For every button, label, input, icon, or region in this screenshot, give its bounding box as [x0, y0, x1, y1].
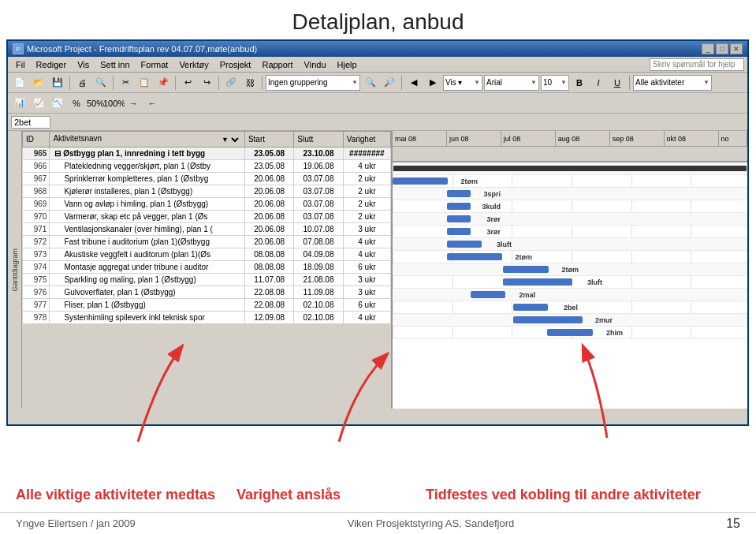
gantt-row: 3kuld — [393, 200, 747, 213]
zoom-out[interactable]: 🔎 — [381, 75, 398, 91]
cell-varighet: 4 ukr — [343, 312, 390, 324]
scroll-left[interactable]: ◀ — [405, 75, 423, 91]
menu-rediger[interactable]: Rediger — [32, 59, 72, 70]
gantt-bar: 2tøm — [447, 253, 502, 260]
menu-rapport[interactable]: Rapport — [257, 59, 297, 70]
unlink-button[interactable]: ⛓ — [241, 75, 259, 91]
menu-vindu[interactable]: Vindu — [300, 59, 331, 70]
cut-button[interactable]: ✂ — [117, 75, 134, 91]
cell-name: Varmerør, skap etc på vegger, plan 1 (Øs — [50, 211, 244, 223]
tb2-btn7[interactable]: → — [125, 95, 142, 111]
gantt-row: 2tøm — [393, 263, 747, 276]
cell-id: 965 — [23, 148, 50, 160]
cell-slutt: 07.08.08 — [294, 236, 343, 248]
col-filter-select[interactable]: ▼ — [218, 134, 241, 145]
bold-button[interactable]: B — [571, 75, 588, 91]
table-row: 965 ⊟ Østbygg plan 1, innredning i tett … — [23, 148, 391, 160]
menu-format[interactable]: Format — [136, 59, 173, 70]
cell-id: 975 — [23, 274, 50, 286]
new-button[interactable]: 📄 — [11, 75, 28, 91]
preview-button[interactable]: 🔍 — [92, 75, 110, 91]
minimize-button[interactable]: _ — [702, 43, 714, 54]
size-combo[interactable]: 10 ▼ — [541, 75, 569, 91]
gantt-bar: 3luft — [447, 241, 482, 248]
underline-button[interactable]: U — [609, 75, 626, 91]
view-combo[interactable]: Vis ▾ ▼ — [443, 75, 482, 91]
scroll-right[interactable]: ▶ — [424, 75, 441, 91]
tb2-btn2[interactable]: 📈 — [30, 95, 47, 111]
tb2-btn4[interactable]: % — [68, 95, 85, 111]
menu-vis[interactable]: Vis — [73, 59, 94, 70]
gantt-bar: 2bel — [513, 304, 548, 311]
table-row: 974 Montasje aggregat under tribune i au… — [23, 261, 391, 274]
gantt-months: mai 08jun 08jul 08aug 08sep 08okt 08no — [393, 131, 747, 147]
gantt-row: 3rør — [393, 226, 747, 238]
link-button[interactable]: 🔗 — [222, 75, 240, 91]
table-row: 968 Kjølerør installeres, plan 1 (Østbyg… — [23, 185, 391, 198]
formula-cell-ref[interactable] — [11, 116, 50, 129]
col-id: ID — [23, 132, 50, 148]
gantt-bar: 3rør — [447, 215, 471, 222]
font-combo[interactable]: Arial ▼ — [484, 75, 539, 91]
tb2-btn3[interactable]: 📉 — [49, 95, 66, 111]
cell-start: 20.06.08 — [244, 223, 293, 236]
gantt-bar: 2tøm — [503, 266, 549, 273]
cell-name: Platekledning vegger/skjørt, plan 1 (Øst… — [50, 160, 244, 173]
grouping-combo[interactable]: Ingen gruppering ▼ — [266, 75, 360, 91]
table-row: 970 Varmerør, skap etc på vegger, plan 1… — [23, 211, 391, 223]
cell-varighet: 3 ukr — [343, 286, 390, 299]
cell-id: 968 — [23, 185, 50, 198]
cell-start: 22.08.08 — [244, 286, 293, 299]
redo-button[interactable]: ↪ — [198, 75, 215, 91]
cell-start: 20.06.08 — [244, 198, 293, 211]
menu-verktoy[interactable]: Verktøy — [174, 59, 213, 70]
tb2-btn1[interactable]: 📊 — [11, 95, 28, 111]
gantt-month-label: no — [719, 131, 747, 146]
maximize-button[interactable]: □ — [716, 43, 728, 54]
gantt-bar-label: 3spri — [483, 190, 501, 198]
copy-button[interactable]: 📋 — [136, 75, 153, 91]
gantt-row: 2mur — [393, 314, 747, 327]
title-bar: P Microsoft Project - Fremdriftsplan rev… — [8, 41, 747, 57]
formula-bar — [8, 114, 747, 131]
menu-sett-inn[interactable]: Sett inn — [95, 59, 134, 70]
cell-start: 23.05.08 — [244, 160, 293, 173]
tb2-btn5[interactable]: 50% — [87, 95, 104, 111]
cell-slutt: 03.07.08 — [294, 173, 343, 185]
print-button[interactable]: 🖨 — [73, 75, 91, 91]
cell-start: 11.07.08 — [244, 274, 293, 286]
menu-fil[interactable]: Fil — [11, 59, 30, 70]
gantt-row: 2bel — [393, 301, 747, 314]
paste-button[interactable]: 📌 — [155, 75, 172, 91]
footer-page: 15 — [726, 517, 740, 531]
cell-slutt: 18.09.08 — [294, 261, 343, 274]
cell-id: 977 — [23, 299, 50, 312]
zoom-in[interactable]: 🔍 — [362, 75, 379, 91]
italic-button[interactable]: I — [590, 75, 607, 91]
cell-id: 972 — [23, 236, 50, 248]
sep5 — [262, 76, 263, 90]
save-button[interactable]: 💾 — [49, 75, 66, 91]
undo-button[interactable]: ↩ — [179, 75, 196, 91]
open-button[interactable]: 📂 — [30, 75, 47, 91]
col-start: Start — [244, 132, 293, 148]
cell-varighet: 6 ukr — [343, 261, 390, 274]
cell-id: 966 — [23, 160, 50, 173]
sep6 — [401, 76, 402, 90]
search-input[interactable] — [650, 58, 744, 71]
cell-name: Vann og avløp i himling, plan 1 (Østbygg… — [50, 198, 244, 211]
cell-start: 20.06.08 — [244, 185, 293, 198]
close-button[interactable]: ✕ — [730, 43, 743, 54]
filter-combo[interactable]: Alle aktiviteter ▼ — [633, 75, 712, 91]
cell-start: 12.09.08 — [244, 312, 293, 324]
table-row: 975 Sparkling og maling, plan 1 (Østbygg… — [23, 274, 391, 286]
gantt-month-label: jul 08 — [501, 131, 556, 146]
tb2-btn8[interactable]: ← — [143, 95, 161, 111]
tb2-btn6[interactable]: 100% — [106, 95, 123, 111]
menu-prosjekt[interactable]: Prosjekt — [215, 59, 256, 70]
table-row: 969 Vann og avløp i himling, plan 1 (Øst… — [23, 198, 391, 211]
window-controls[interactable]: _ □ ✕ — [702, 43, 743, 54]
cell-id: 967 — [23, 173, 50, 185]
menu-hjelp[interactable]: Hjelp — [333, 59, 362, 70]
gantt-bar: 2mal — [471, 291, 505, 298]
